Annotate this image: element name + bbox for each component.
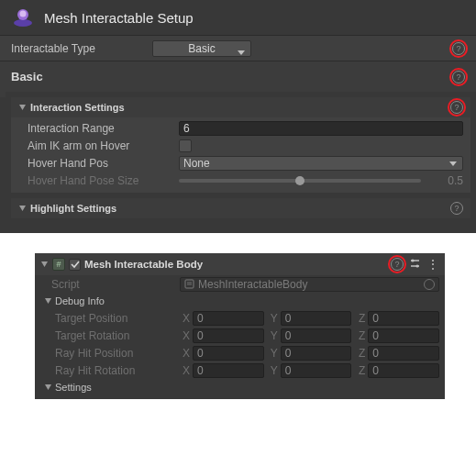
mesh-logo-icon <box>11 7 35 28</box>
presets-icon[interactable] <box>409 258 421 272</box>
script-row: Script MeshInteractableBody <box>35 275 445 293</box>
highlight-settings-section: Highlight Settings ? <box>11 198 470 218</box>
foldout-open-icon <box>40 261 49 269</box>
vec-z-input[interactable]: 0 <box>368 363 439 378</box>
basic-section-header: Basic ? <box>0 61 476 92</box>
help-icon[interactable]: ? <box>452 42 465 55</box>
chevron-down-icon <box>449 157 457 170</box>
help-icon[interactable]: ? <box>450 101 463 114</box>
interaction-range-row: Interaction Range 6 <box>11 119 470 137</box>
component-enable-checkbox[interactable] <box>69 259 81 271</box>
interactable-type-dropdown[interactable]: Basic <box>152 40 251 57</box>
aim-ik-row: Aim IK arm on Hover <box>11 137 470 154</box>
hover-hand-pos-row: Hover Hand Pos None <box>11 154 470 172</box>
mesh-interactable-body-component: # Mesh Interactable Body ? ⋮ Script Mesh… <box>35 253 445 399</box>
hover-hand-pose-size-slider[interactable] <box>179 179 421 183</box>
vec-y-input[interactable]: 0 <box>281 346 352 361</box>
script-file-icon <box>184 279 194 289</box>
object-picker-icon[interactable] <box>424 279 435 290</box>
component-title: Mesh Interactable Body <box>84 259 203 270</box>
svg-rect-5 <box>185 280 194 288</box>
svg-point-3 <box>411 259 414 261</box>
help-icon[interactable]: ? <box>450 202 463 215</box>
vec-z-input[interactable]: 0 <box>368 328 439 343</box>
foldout-open-icon <box>18 104 27 112</box>
script-icon: # <box>52 258 65 271</box>
panel-title: Mesh Interactable Setup <box>44 10 194 26</box>
hover-hand-pose-size-value: 0.5 <box>426 174 463 187</box>
svg-point-2 <box>20 11 27 17</box>
foldout-open-icon <box>18 205 27 213</box>
vec-x-input[interactable]: 0 <box>193 346 264 361</box>
menu-icon[interactable]: ⋮ <box>426 257 439 272</box>
svg-point-4 <box>415 264 418 267</box>
vec-z-input[interactable]: 0 <box>368 311 439 326</box>
target-rotation-row: Target Rotation X0 Y0 Z0 <box>35 327 445 344</box>
interaction-range-input[interactable]: 6 <box>179 121 463 136</box>
foldout-open-icon <box>44 384 52 392</box>
svg-point-0 <box>14 19 32 27</box>
interaction-fields: Interaction Range 6 Aim IK arm on Hover … <box>11 117 470 193</box>
vec-y-input[interactable]: 0 <box>281 328 352 343</box>
ray-hit-rotation-row: Ray Hit Rotation X0 Y0 Z0 <box>35 361 445 379</box>
help-icon[interactable]: ? <box>391 258 404 271</box>
panel-header: Mesh Interactable Setup <box>0 0 476 35</box>
ray-hit-position-row: Ray Hit Position X0 Y0 Z0 <box>35 344 445 361</box>
vec-x-input[interactable]: 0 <box>193 363 264 378</box>
target-position-row: Target Position X0 Y0 Z0 <box>35 309 445 327</box>
settings-header[interactable]: Settings <box>35 379 445 395</box>
interactable-type-row: Interactable Type Basic ? <box>0 35 476 61</box>
aim-ik-checkbox[interactable] <box>179 139 192 152</box>
highlight-settings-header[interactable]: Highlight Settings ? <box>11 198 470 218</box>
debug-info-header[interactable]: Debug Info <box>35 293 445 309</box>
vec-z-input[interactable]: 0 <box>368 346 439 361</box>
vec-x-input[interactable]: 0 <box>193 311 264 326</box>
component-header[interactable]: # Mesh Interactable Body ? ⋮ <box>35 253 445 275</box>
interaction-settings-section: Interaction Settings ? Interaction Range… <box>11 97 470 193</box>
vec-x-input[interactable]: 0 <box>193 328 264 343</box>
hover-hand-pos-dropdown[interactable]: None <box>179 156 463 171</box>
setup-panel: Mesh Interactable Setup Interactable Typ… <box>0 0 476 233</box>
interactable-type-label: Interactable Type <box>11 42 152 55</box>
slider-knob[interactable] <box>295 176 304 185</box>
chevron-down-icon <box>238 46 245 59</box>
vec-y-input[interactable]: 0 <box>281 363 352 378</box>
basic-section-title: Basic <box>11 70 43 83</box>
help-icon[interactable]: ? <box>452 71 465 83</box>
hover-hand-pose-size-row: Hover Hand Pose Size 0.5 <box>11 172 470 189</box>
interaction-settings-header[interactable]: Interaction Settings ? <box>11 97 470 117</box>
vec-y-input[interactable]: 0 <box>281 311 352 326</box>
script-field[interactable]: MeshInteractableBody <box>180 277 439 292</box>
foldout-open-icon <box>44 297 52 306</box>
